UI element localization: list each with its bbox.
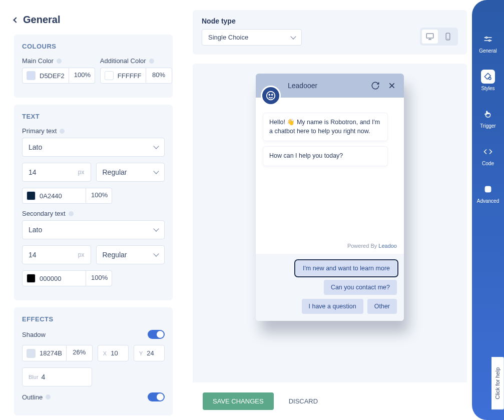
shadow-x-input[interactable]: X10 xyxy=(98,345,129,361)
settings-panel: General COLOURS Main Color D5DEF2 100% A… xyxy=(0,0,183,420)
blur-input[interactable]: Blur4 xyxy=(22,367,92,386)
chevron-down-icon xyxy=(153,251,159,256)
shadow-toggle[interactable] xyxy=(148,330,165,339)
info-icon[interactable] xyxy=(69,211,74,216)
mobile-icon xyxy=(443,32,452,41)
advanced-icon xyxy=(483,185,492,194)
preview-area: Leadooer Hello! 👋 My name is Robotron, a… xyxy=(193,64,467,420)
secondary-weight-select[interactable]: Regular xyxy=(96,245,165,264)
chat-widget: Leadooer Hello! 👋 My name is Robotron, a… xyxy=(256,74,404,321)
info-icon[interactable] xyxy=(60,129,65,134)
powered-link[interactable]: Leadoo xyxy=(378,243,397,249)
chevron-down-icon xyxy=(290,34,296,39)
rail-item-code[interactable]: Code xyxy=(472,143,504,168)
node-type-label: Node type xyxy=(202,17,302,25)
chat-option-learn-more[interactable]: I'm new and want to learn more xyxy=(296,261,397,276)
desktop-icon xyxy=(425,32,434,41)
chat-message: Hello! 👋 My name is Robotron, and I'm a … xyxy=(263,113,388,141)
chat-option-contact[interactable]: Can you contact me? xyxy=(324,280,397,295)
svg-point-16 xyxy=(489,78,491,80)
primary-color-input[interactable]: 0A2440 xyxy=(22,188,86,204)
outline-label: Outline xyxy=(22,393,51,401)
effects-section: EFFECTS Shadow 18274B 26% X10 Y24 Blur4 … xyxy=(14,307,173,415)
main-opacity-input[interactable]: 100% xyxy=(69,68,95,84)
close-icon[interactable] xyxy=(388,82,396,90)
shadow-y-input[interactable]: Y24 xyxy=(134,345,165,361)
info-icon[interactable] xyxy=(149,59,154,64)
additional-color-label: Additional Color xyxy=(100,57,172,65)
mobile-view-button[interactable] xyxy=(440,30,456,44)
info-icon[interactable] xyxy=(46,394,51,399)
chevron-down-icon xyxy=(153,143,159,149)
node-type-select[interactable]: Single Choice xyxy=(202,29,302,46)
svg-point-9 xyxy=(272,94,273,95)
svg-point-13 xyxy=(489,40,490,42)
shadow-opacity-input[interactable]: 26% xyxy=(67,345,93,361)
color-swatch[interactable] xyxy=(105,71,114,80)
primary-size-input[interactable]: 14px xyxy=(22,163,91,182)
node-type-box: Node type Single Choice xyxy=(193,10,467,55)
palette-icon xyxy=(483,72,492,81)
refresh-icon[interactable] xyxy=(371,81,380,90)
chevron-down-icon xyxy=(153,168,159,174)
pointer-icon xyxy=(483,110,492,119)
chat-title: Leadooer xyxy=(288,82,317,90)
rail-item-general[interactable]: General xyxy=(472,30,504,56)
footer-actions: SAVE CHANGES DISCARD xyxy=(183,382,472,420)
chat-option-other[interactable]: Other xyxy=(367,299,397,314)
discard-button[interactable]: DISCARD xyxy=(289,397,318,405)
color-swatch[interactable] xyxy=(27,274,36,283)
svg-rect-0 xyxy=(426,34,433,38)
secondary-color-input[interactable]: 000000 xyxy=(22,270,86,286)
svg-point-7 xyxy=(267,92,275,100)
bot-face-icon xyxy=(265,90,276,101)
secondary-font-select[interactable]: Lato xyxy=(22,220,165,239)
additional-opacity-input[interactable]: 80% xyxy=(146,68,172,84)
additional-color-input[interactable]: FFFFFF xyxy=(100,68,146,84)
main-color-input[interactable]: D5DEF2 xyxy=(22,68,69,84)
shadow-label: Shadow xyxy=(22,331,46,338)
chevron-down-icon xyxy=(153,226,159,231)
chat-option-question[interactable]: I have a question xyxy=(302,299,363,314)
device-toggle xyxy=(420,28,458,46)
desktop-view-button[interactable] xyxy=(422,30,438,44)
save-button[interactable]: SAVE CHANGES xyxy=(203,392,274,410)
right-nav-rail: General Styles Trigger Code Advanced Cli… xyxy=(472,0,504,420)
panel-header: General xyxy=(14,14,173,26)
shadow-color-input[interactable]: 18274B xyxy=(22,345,67,361)
chat-avatar xyxy=(261,86,281,106)
help-tab[interactable]: Click for help xyxy=(491,357,504,410)
main-color-label: Main Color xyxy=(22,57,95,65)
color-swatch[interactable] xyxy=(27,191,36,200)
primary-opacity-input[interactable]: 100% xyxy=(86,188,112,204)
chat-options: I'm new and want to learn more Can you c… xyxy=(256,254,404,321)
chat-body: Hello! 👋 My name is Robotron, and I'm a … xyxy=(256,98,404,243)
section-title: EFFECTS xyxy=(22,315,165,323)
colours-section: COLOURS Main Color D5DEF2 100% Additiona… xyxy=(14,35,173,98)
secondary-size-input[interactable]: 14px xyxy=(22,245,91,264)
chat-message: How can I help you today? xyxy=(263,146,388,166)
powered-by: Powered By Leadoo xyxy=(256,243,404,254)
rail-item-trigger[interactable]: Trigger xyxy=(472,105,504,131)
secondary-opacity-input[interactable]: 100% xyxy=(86,270,112,286)
section-title: TEXT xyxy=(22,113,165,120)
rail-item-styles[interactable]: Styles xyxy=(472,68,504,93)
code-icon xyxy=(483,147,492,156)
rail-item-advanced[interactable]: Advanced xyxy=(472,180,504,206)
sliders-icon xyxy=(483,35,492,44)
primary-text-label: Primary text xyxy=(22,127,165,135)
color-swatch[interactable] xyxy=(27,71,36,80)
back-icon[interactable] xyxy=(13,17,19,23)
info-icon[interactable] xyxy=(57,59,62,64)
preview-panel: Node type Single Choice Leadooer xyxy=(183,0,472,420)
svg-point-10 xyxy=(486,37,487,39)
primary-font-select[interactable]: Lato xyxy=(22,138,165,157)
text-section: TEXT Primary text Lato 14px Regular 0A24… xyxy=(14,105,173,300)
outline-toggle[interactable] xyxy=(148,392,165,401)
svg-point-8 xyxy=(269,94,270,95)
svg-rect-17 xyxy=(485,186,491,192)
panel-title: General xyxy=(23,14,60,26)
color-swatch[interactable] xyxy=(27,349,36,358)
primary-weight-select[interactable]: Regular xyxy=(96,163,165,182)
secondary-text-label: Secondary text xyxy=(22,210,165,217)
